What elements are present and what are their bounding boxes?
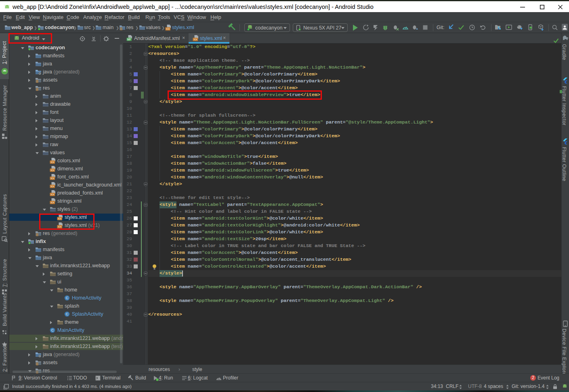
svg-text:C: C xyxy=(66,296,69,300)
svg-text:<>: <> xyxy=(50,169,54,172)
svg-text:C: C xyxy=(66,312,69,316)
svg-text:<>: <> xyxy=(166,27,169,31)
svg-text:<>: <> xyxy=(50,201,54,204)
svg-text:MF: MF xyxy=(127,38,131,41)
svg-text:<>: <> xyxy=(50,193,54,196)
svg-text:C: C xyxy=(51,328,54,332)
svg-text:<>: <> xyxy=(50,185,54,188)
svg-text:<>: <> xyxy=(50,161,54,164)
svg-text:<>: <> xyxy=(193,38,197,41)
svg-text:<>: <> xyxy=(50,177,54,180)
